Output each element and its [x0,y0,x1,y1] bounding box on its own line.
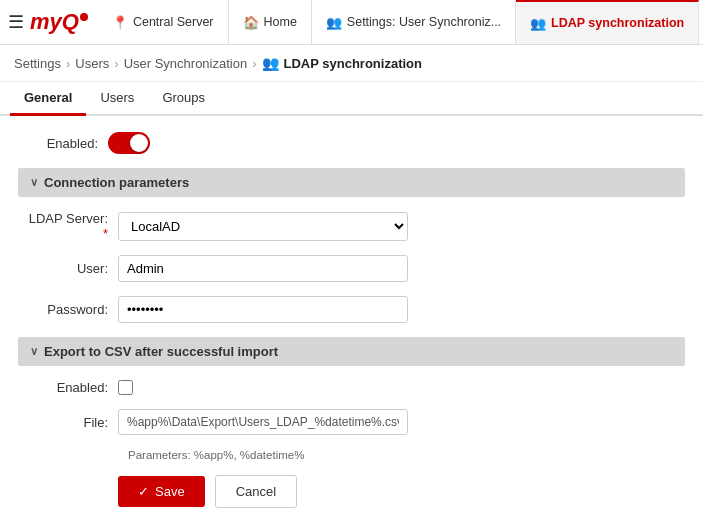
file-input[interactable] [118,409,408,435]
cancel-button[interactable]: Cancel [215,475,297,508]
logo: myQ [30,9,88,35]
pin-icon: 📍 [112,15,128,30]
connection-section-label: Connection parameters [44,175,189,190]
file-row: File: [28,409,675,435]
hamburger-icon[interactable]: ☰ [8,11,24,33]
tab-settings-user-sync[interactable]: 👥 Settings: User Synchroniz... [312,0,516,44]
tab-home-label: Home [264,15,297,29]
password-label: Password: [28,302,118,317]
enabled-toggle[interactable] [108,132,150,154]
breadcrumb-sep-3: › [252,56,256,71]
connection-section-header[interactable]: ∨ Connection parameters [18,168,685,197]
subtab-general[interactable]: General [10,82,86,116]
subtab-groups[interactable]: Groups [148,82,219,116]
breadcrumb-current-label: LDAP synchronization [284,56,422,71]
file-label: File: [28,415,118,430]
ldap-server-label: LDAP Server: [28,211,118,241]
export-section-label: Export to CSV after successful import [44,344,278,359]
subtab-users[interactable]: Users [86,82,148,116]
password-input[interactable] [118,296,408,323]
home-icon: 🏠 [243,15,259,30]
breadcrumb-sep-2: › [114,56,118,71]
export-enabled-label: Enabled: [28,380,118,395]
ldap-icon: 👥 [530,16,546,31]
file-hint: Parameters: %app%, %datetime% [128,449,675,461]
users-icon: 👥 [326,15,342,30]
enabled-label: Enabled: [18,136,108,151]
tab-ldap-sync-label: LDAP synchronization [551,16,684,30]
password-row: Password: [28,296,675,323]
tab-settings-user-sync-label: Settings: User Synchroniz... [347,15,501,29]
ldap-bc-icon: 👥 [262,55,279,71]
user-label: User: [28,261,118,276]
tab-home[interactable]: 🏠 Home [229,0,312,44]
breadcrumb-current: 👥 LDAP synchronization [262,55,422,71]
user-row: User: [28,255,675,282]
export-section-body: Enabled: File: Parameters: %app%, %datet… [18,380,685,461]
tab-central-server-label: Central Server [133,15,214,29]
logo-text: myQ [30,9,79,35]
ldap-server-row: LDAP Server: LocalAD Other [28,211,675,241]
export-section-header[interactable]: ∨ Export to CSV after successful import [18,337,685,366]
nav-tabs: 📍 Central Server 🏠 Home 👥 Settings: User… [98,0,699,44]
tab-ldap-sync[interactable]: 👥 LDAP synchronization [516,0,699,44]
user-input[interactable] [118,255,408,282]
sub-tabs: General Users Groups [0,82,703,116]
breadcrumb-settings[interactable]: Settings [14,56,61,71]
save-button[interactable]: ✓ Save [118,476,205,507]
chevron-down-icon: ∨ [30,176,38,189]
ldap-server-select[interactable]: LocalAD Other [118,212,408,241]
main-content: Enabled: ∨ Connection parameters LDAP Se… [0,116,703,524]
check-icon: ✓ [138,484,149,499]
breadcrumb-users[interactable]: Users [75,56,109,71]
top-nav: ☰ myQ 📍 Central Server 🏠 Home 👥 Settings… [0,0,703,45]
button-row: ✓ Save Cancel [118,475,685,508]
breadcrumb-sep-1: › [66,56,70,71]
enabled-row: Enabled: [18,132,685,154]
toggle-thumb [130,134,148,152]
export-enabled-row: Enabled: [28,380,675,395]
tab-central-server[interactable]: 📍 Central Server [98,0,229,44]
logo-dot [80,13,88,21]
breadcrumb: Settings › Users › User Synchronization … [0,45,703,82]
connection-section-body: LDAP Server: LocalAD Other User: Passwor… [18,211,685,323]
save-label: Save [155,484,185,499]
export-enabled-checkbox[interactable] [118,380,133,395]
breadcrumb-user-sync[interactable]: User Synchronization [124,56,248,71]
export-chevron-icon: ∨ [30,345,38,358]
